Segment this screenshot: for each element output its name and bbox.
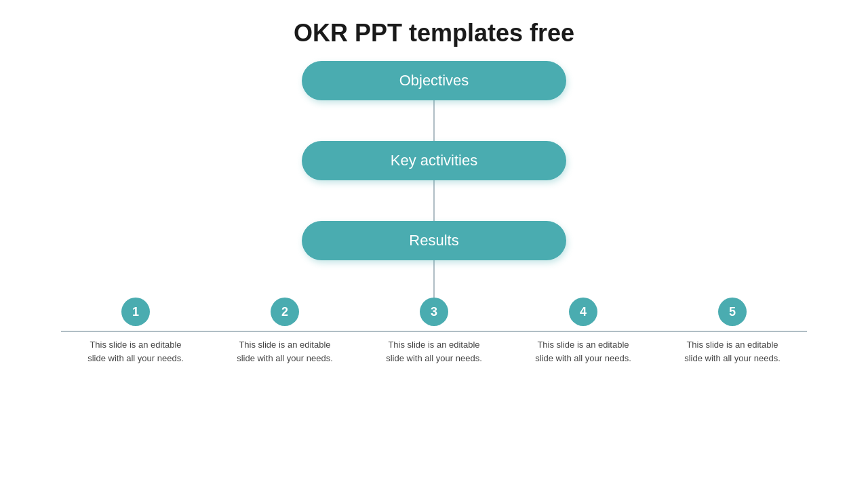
results-pill: Results [302, 221, 566, 260]
objectives-pill: Objectives [302, 61, 566, 100]
timeline-text-5: This slide is an editable slide with all… [678, 338, 787, 365]
timeline-circle-4: 4 [569, 298, 597, 326]
objectives-label: Objectives [399, 72, 469, 89]
timeline-circle-3: 3 [420, 298, 448, 326]
timeline-text-2: This slide is an editable slide with all… [231, 338, 339, 365]
timeline-number-5: 5 [729, 305, 736, 319]
timeline-item-3: 3 This slide is an editable slide with a… [359, 298, 509, 365]
page-title: OKR PPT templates free [294, 19, 574, 47]
timeline-number-1: 1 [132, 305, 139, 319]
connector-1 [433, 100, 435, 141]
connector-2 [433, 180, 435, 221]
results-label: Results [409, 232, 458, 249]
timeline-section: 1 This slide is an editable slide with a… [0, 260, 868, 365]
key-activities-pill: Key activities [302, 141, 566, 180]
timeline-number-2: 2 [281, 305, 288, 319]
timeline-circle-1: 1 [121, 298, 150, 326]
timeline-item-5: 5 This slide is an editable slide with a… [658, 298, 807, 365]
connector-3 [433, 260, 435, 298]
timeline-item-4: 4 This slide is an editable slide with a… [509, 298, 658, 365]
timeline-text-1: This slide is an editable slide with all… [81, 338, 190, 365]
timeline-item-2: 2 This slide is an editable slide with a… [210, 298, 359, 365]
timeline-item-1: 1 This slide is an editable slide with a… [61, 298, 210, 365]
timeline-circle-2: 2 [271, 298, 299, 326]
timeline-row: 1 This slide is an editable slide with a… [61, 298, 807, 365]
main-flowchart: Objectives Key activities Results 1 This… [0, 61, 868, 365]
timeline-number-3: 3 [431, 305, 437, 319]
timeline-circle-5: 5 [718, 298, 747, 326]
key-activities-label: Key activities [391, 152, 477, 169]
timeline-number-4: 4 [580, 305, 587, 319]
timeline-text-4: This slide is an editable slide with all… [529, 338, 637, 365]
timeline-text-3: This slide is an editable slide with all… [380, 338, 488, 365]
